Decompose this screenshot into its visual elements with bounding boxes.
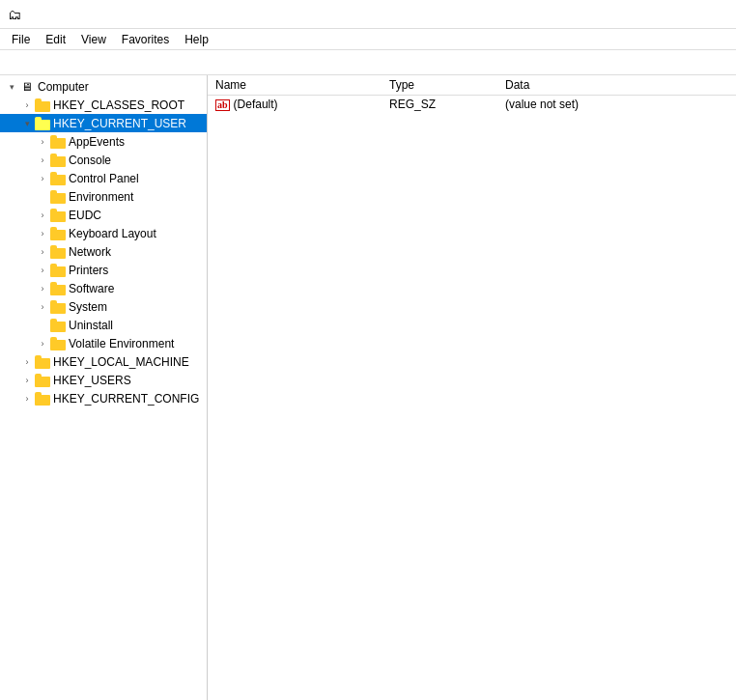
tree-node-hkey_users[interactable]: HKEY_USERS xyxy=(0,371,207,389)
tree-node-network[interactable]: Network xyxy=(0,242,207,261)
menubar: FileEditViewFavoritesHelp xyxy=(0,29,736,50)
expander-keyboard_layout[interactable] xyxy=(35,226,50,241)
expander-software[interactable] xyxy=(35,281,50,296)
right-panel: Name Type Data ab(Default)REG_SZ(value n… xyxy=(208,75,736,700)
folder-icon xyxy=(35,374,50,387)
folder-icon xyxy=(50,264,66,277)
folder-icon xyxy=(50,135,66,149)
tree-node-hkey_local_machine[interactable]: HKEY_LOCAL_MACHINE xyxy=(0,352,207,371)
expander-hkey_users[interactable] xyxy=(19,373,35,388)
expander-appevents[interactable] xyxy=(35,134,50,150)
expander-network[interactable] xyxy=(35,244,50,260)
minimize-button[interactable] xyxy=(595,0,639,29)
expander-uninstall[interactable] xyxy=(35,318,50,333)
close-button[interactable] xyxy=(684,0,728,29)
tree-node-uninstall[interactable]: Uninstall xyxy=(0,316,207,334)
folder-icon xyxy=(50,245,66,259)
app-icon: 🗂 xyxy=(8,7,21,22)
titlebar-left: 🗂 xyxy=(8,7,27,22)
expander-hkey_local_machine[interactable] xyxy=(19,354,35,370)
name-text: (Default) xyxy=(234,98,278,111)
folder-icon xyxy=(50,154,66,167)
node-label-hkey_classes_root: HKEY_CLASSES_ROOT xyxy=(53,98,184,112)
expander-system[interactable] xyxy=(35,299,50,315)
menu-favorites[interactable]: Favorites xyxy=(114,31,177,48)
expander-eudc[interactable] xyxy=(35,208,50,223)
tree-node-hkey_current_config[interactable]: HKEY_CURRENT_CONFIG xyxy=(0,389,207,407)
node-label-system: System xyxy=(69,300,107,314)
folder-icon xyxy=(35,392,50,406)
folder-icon xyxy=(50,190,66,204)
cell-name: ab(Default) xyxy=(208,96,382,114)
node-label-console: Console xyxy=(69,154,111,167)
node-label-printers: Printers xyxy=(69,264,108,277)
computer-icon: 🖥 xyxy=(19,80,35,94)
titlebar: 🗂 xyxy=(0,0,736,29)
expander-hkey_current_config[interactable] xyxy=(19,391,35,406)
node-label-uninstall: Uninstall xyxy=(69,319,113,332)
tree-node-system[interactable]: System xyxy=(0,297,207,316)
main-content: 🖥ComputerHKEY_CLASSES_ROOTHKEY_CURRENT_U… xyxy=(0,75,736,700)
folder-icon xyxy=(50,337,66,350)
tree-node-appevents[interactable]: AppEvents xyxy=(0,132,207,151)
node-label-hkey_users: HKEY_USERS xyxy=(53,374,131,387)
titlebar-controls xyxy=(595,0,728,29)
folder-icon xyxy=(50,227,66,240)
menu-view[interactable]: View xyxy=(73,31,114,48)
cell-type: REG_SZ xyxy=(382,96,497,114)
maximize-button[interactable] xyxy=(639,0,684,29)
node-label-hkey_local_machine: HKEY_LOCAL_MACHINE xyxy=(53,355,189,369)
folder-icon xyxy=(50,300,66,314)
folder-icon xyxy=(50,209,66,222)
col-header-data: Data xyxy=(497,75,736,96)
registry-table: Name Type Data ab(Default)REG_SZ(value n… xyxy=(208,75,736,113)
node-label-computer: Computer xyxy=(38,80,89,94)
cell-data: (value not set) xyxy=(497,96,736,114)
folder-icon xyxy=(35,355,50,369)
node-label-hkey_current_user: HKEY_CURRENT_USER xyxy=(53,117,186,130)
tree-node-environment[interactable]: Environment xyxy=(0,187,207,206)
tree-node-volatile_environment[interactable]: Volatile Environment xyxy=(0,334,207,352)
folder-icon xyxy=(50,319,66,332)
expander-printers[interactable] xyxy=(35,263,50,278)
menu-help[interactable]: Help xyxy=(177,31,216,48)
col-header-type: Type xyxy=(382,75,497,96)
node-label-environment: Environment xyxy=(69,190,133,204)
expander-hkey_current_user[interactable] xyxy=(19,116,35,131)
folder-icon xyxy=(35,98,50,112)
node-label-volatile_environment: Volatile Environment xyxy=(69,337,174,350)
node-label-eudc: EUDC xyxy=(69,209,101,222)
folder-icon xyxy=(50,172,66,185)
table-row[interactable]: ab(Default)REG_SZ(value not set) xyxy=(208,96,736,114)
expander-environment[interactable] xyxy=(35,189,50,205)
tree-node-hkey_classes_root[interactable]: HKEY_CLASSES_ROOT xyxy=(0,96,207,114)
node-label-software: Software xyxy=(69,282,114,295)
folder-icon xyxy=(50,282,66,295)
expander-control_panel[interactable] xyxy=(35,171,50,186)
menu-edit[interactable]: Edit xyxy=(38,31,73,48)
expander-console[interactable] xyxy=(35,153,50,168)
node-label-control_panel: Control Panel xyxy=(69,172,139,185)
node-label-appevents: AppEvents xyxy=(69,135,125,149)
node-label-hkey_current_config: HKEY_CURRENT_CONFIG xyxy=(53,392,199,406)
tree-node-printers[interactable]: Printers xyxy=(0,261,207,279)
node-label-network: Network xyxy=(69,245,111,259)
tree-node-keyboard_layout[interactable]: Keyboard Layout xyxy=(0,224,207,242)
folder-icon xyxy=(35,117,50,130)
tree-node-hkey_current_user[interactable]: HKEY_CURRENT_USER xyxy=(0,114,207,132)
tree-node-computer[interactable]: 🖥Computer xyxy=(0,77,207,96)
ab-icon: ab xyxy=(215,99,230,111)
expander-hkey_classes_root[interactable] xyxy=(19,98,35,113)
tree-node-software[interactable]: Software xyxy=(0,279,207,297)
tree-panel[interactable]: 🖥ComputerHKEY_CLASSES_ROOTHKEY_CURRENT_U… xyxy=(0,75,208,700)
col-header-name: Name xyxy=(208,75,382,96)
node-label-keyboard_layout: Keyboard Layout xyxy=(69,227,156,240)
menu-file[interactable]: File xyxy=(4,31,38,48)
tree-node-eudc[interactable]: EUDC xyxy=(0,206,207,224)
addressbar xyxy=(0,50,736,75)
tree-node-control_panel[interactable]: Control Panel xyxy=(0,169,207,187)
tree-node-console[interactable]: Console xyxy=(0,151,207,169)
expander-volatile_environment[interactable] xyxy=(35,336,50,351)
expander-computer[interactable] xyxy=(4,79,19,95)
tree-root: 🖥ComputerHKEY_CLASSES_ROOTHKEY_CURRENT_U… xyxy=(0,75,207,409)
